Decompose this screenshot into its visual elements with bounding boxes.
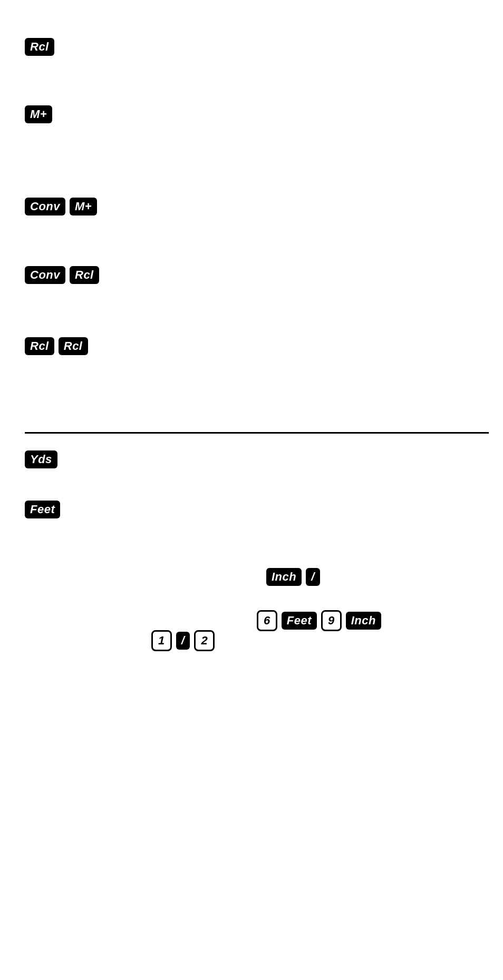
feet-label-2[interactable]: Feet xyxy=(282,612,317,630)
slash-label-2[interactable]: / xyxy=(176,632,190,650)
inch-slash-row: Inch / xyxy=(266,568,320,586)
mplus-label-1: M+ xyxy=(25,105,52,123)
feet-badge-1[interactable]: Feet xyxy=(25,501,60,518)
rcl-label-3[interactable]: Rcl xyxy=(25,337,54,355)
rcl-rcl-row: Rcl Rcl xyxy=(25,337,88,355)
nine-label[interactable]: 9 xyxy=(321,610,342,631)
rcl-label-2[interactable]: Rcl xyxy=(70,266,99,284)
six-label[interactable]: 6 xyxy=(257,610,277,631)
rcl-badge-1[interactable]: Rcl xyxy=(25,38,54,56)
rcl-label-1: Rcl xyxy=(25,38,54,56)
conv-rcl-row: Conv Rcl xyxy=(25,266,99,284)
yds-label: Yds xyxy=(25,450,57,468)
conv-mplus-row: Conv M+ xyxy=(25,198,97,215)
rcl-label-4[interactable]: Rcl xyxy=(59,337,88,355)
slash-label-1[interactable]: / xyxy=(306,568,320,586)
section-divider xyxy=(25,432,489,434)
conv-label-2[interactable]: Conv xyxy=(25,266,65,284)
feet-inch-row: 6 Feet 9 Inch xyxy=(257,610,381,631)
feet-label-1: Feet xyxy=(25,501,60,518)
mplus-label-2[interactable]: M+ xyxy=(70,198,97,215)
two-label[interactable]: 2 xyxy=(194,630,215,651)
one-label[interactable]: 1 xyxy=(151,630,172,651)
yds-badge[interactable]: Yds xyxy=(25,450,57,468)
conv-label-1[interactable]: Conv xyxy=(25,198,65,215)
fraction-row: 1 / 2 xyxy=(151,630,215,651)
mplus-badge-1[interactable]: M+ xyxy=(25,105,52,123)
inch-label-1[interactable]: Inch xyxy=(266,568,302,586)
inch-label-2[interactable]: Inch xyxy=(346,612,381,630)
